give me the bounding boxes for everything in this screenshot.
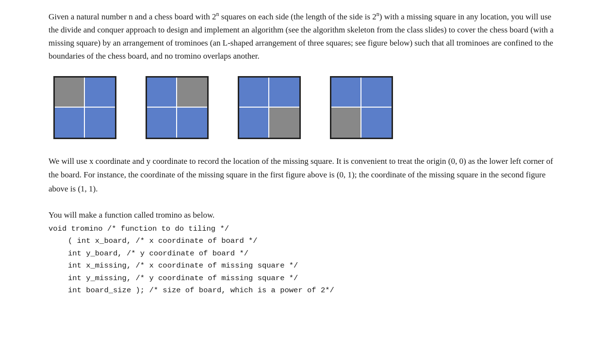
function-section: You will make a function called tromino …	[49, 208, 558, 297]
cell-3-2	[269, 78, 299, 108]
cell-4-2	[361, 78, 392, 108]
cell-1-3	[55, 108, 85, 138]
code-block: void tromino /* function to do tiling */…	[49, 223, 558, 297]
code-line-2: ( int x_board, /* x coordinate of board …	[68, 235, 558, 248]
cell-2-1	[147, 78, 177, 108]
code-line-5: int y_missing, /* y coordinate of missin…	[68, 272, 558, 285]
cell-1-1	[55, 78, 85, 108]
cell-2-3	[147, 108, 177, 138]
cell-2-4	[177, 108, 207, 138]
tromino-figure-3	[238, 76, 301, 139]
intro-paragraph: Given a natural number n and a chess boa…	[49, 10, 558, 63]
code-line-3: int y_board, /* y coordinate of board */	[68, 248, 558, 260]
code-line-6: int board_size ); /* size of board, whic…	[68, 285, 558, 297]
cell-2-2	[177, 78, 207, 108]
explanation-paragraph: We will use x coordinate and y coordinat…	[49, 155, 558, 195]
code-line-1: void tromino /* function to do tiling */	[49, 223, 558, 236]
tromino-figure-1	[53, 76, 116, 139]
cell-4-1	[331, 78, 361, 108]
function-intro-line: You will make a function called tromino …	[49, 208, 558, 222]
cell-3-3	[239, 108, 269, 138]
tromino-figures	[53, 76, 558, 139]
code-line-4: int x_missing, /* x coordinate of missin…	[68, 260, 558, 272]
main-content: Given a natural number n and a chess boa…	[49, 10, 558, 297]
tromino-figure-4	[330, 76, 393, 139]
cell-1-2	[85, 78, 115, 108]
cell-3-4	[269, 108, 299, 138]
cell-1-4	[85, 108, 115, 138]
cell-4-3	[331, 108, 361, 138]
cell-4-4	[361, 108, 392, 138]
tromino-figure-2	[146, 76, 209, 139]
cell-3-1	[239, 78, 269, 108]
